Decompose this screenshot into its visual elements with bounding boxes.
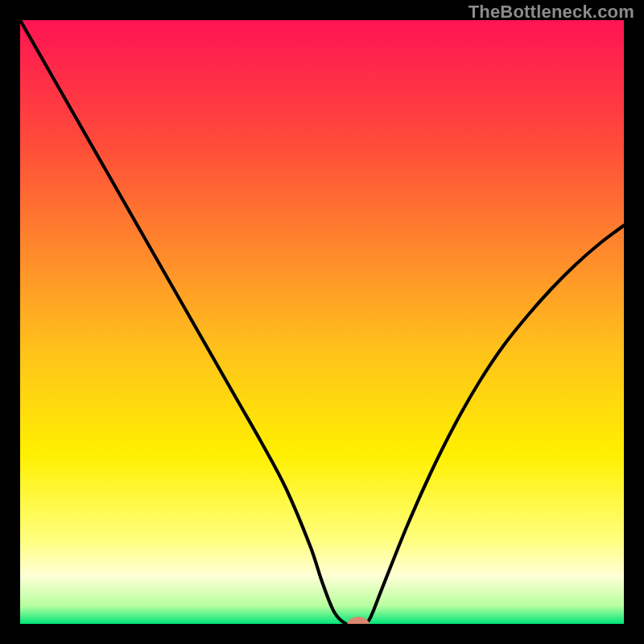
chart-container: { "watermark": "TheBottleneck.com", "cha… <box>0 0 644 644</box>
chart-background <box>20 20 624 624</box>
watermark-text: TheBottleneck.com <box>469 2 634 23</box>
bottleneck-chart <box>20 20 624 624</box>
